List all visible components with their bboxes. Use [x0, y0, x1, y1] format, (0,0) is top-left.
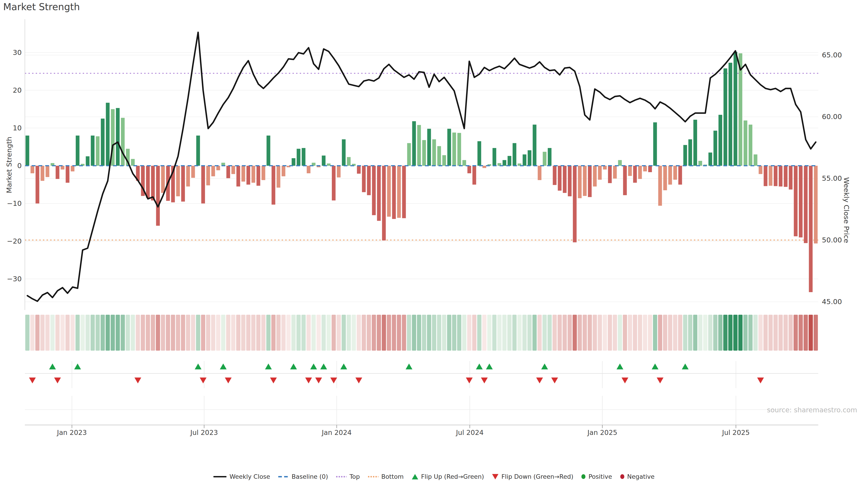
flip-up-marker: [265, 363, 272, 369]
heatmap-cell: [794, 315, 798, 351]
left-tick-label: 10: [13, 124, 22, 132]
heatmap-cell: [226, 315, 230, 351]
flip-up-marker: [340, 363, 347, 369]
strength-bar: [282, 166, 285, 176]
heatmap-cell: [774, 315, 778, 351]
heatmap-cell: [256, 315, 260, 351]
strength-bar: [648, 166, 652, 172]
strength-bar: [728, 63, 733, 166]
heatmap-cell: [311, 315, 316, 351]
heatmap-cell: [628, 315, 632, 351]
heatmap-cell: [91, 315, 95, 351]
strength-bar: [578, 166, 582, 198]
heatmap-cell: [266, 315, 271, 351]
heatmap-cell: [146, 315, 150, 351]
heatmap-cell: [532, 315, 537, 351]
strength-bar: [784, 166, 787, 187]
heatmap-cell: [321, 315, 326, 351]
heatmap-cell: [708, 315, 712, 351]
heatmap-cell: [683, 315, 687, 351]
heatmap-cell: [427, 315, 431, 351]
legend-item-label: Top: [349, 473, 360, 480]
legend-dots-icon: [336, 476, 346, 477]
strength-bar: [327, 164, 331, 166]
heatmap-cell: [397, 315, 401, 351]
heatmap-cell: [45, 315, 50, 351]
heatmap-cell: [55, 315, 60, 351]
legend-item-label: Positive: [588, 473, 612, 480]
legend-item-label: Weekly Close: [229, 473, 270, 480]
strength-bar: [764, 166, 767, 186]
heatmap-cell: [221, 315, 225, 351]
heatmap-cell: [35, 315, 39, 351]
heatmap-cell: [753, 315, 758, 351]
flip-up-marker: [617, 363, 623, 369]
heatmap-cell: [176, 315, 180, 351]
heatmap-cell: [392, 315, 396, 351]
heatmap-cell: [623, 315, 627, 351]
strength-bar: [277, 166, 281, 188]
x-axis-tick-label: Jan 2025: [587, 429, 617, 436]
strength-bar: [161, 166, 165, 193]
heatmap-cell: [60, 315, 65, 351]
price-line: [27, 32, 816, 301]
heatmap-cell: [728, 315, 733, 351]
flip-down-marker: [757, 378, 764, 383]
strength-bar: [723, 68, 727, 166]
strength-bar: [593, 166, 597, 187]
strength-bar: [467, 166, 471, 173]
right-tick-label: 60.00: [822, 112, 842, 121]
strength-bar: [543, 152, 547, 166]
flip-down-marker: [270, 378, 277, 383]
flip-down-marker: [29, 378, 36, 383]
heatmap-cell: [698, 315, 703, 351]
strength-bar: [412, 121, 416, 166]
heatmap-cell: [362, 315, 366, 351]
flip-down-marker: [305, 378, 312, 383]
strength-bar: [211, 166, 215, 176]
heatmap-cell: [743, 315, 748, 351]
heatmap-cell: [236, 315, 241, 351]
flip-up-marker: [405, 363, 412, 369]
heatmap-cell: [342, 315, 346, 351]
strength-bar: [176, 166, 180, 196]
strength-bar: [261, 166, 266, 180]
strength-bar: [633, 166, 637, 183]
market-strength-dashboard: Market Strength Market Strength Weekly C…: [0, 0, 868, 488]
flip-down-marker: [466, 378, 473, 383]
source-credit: source: sharemaestro.com: [767, 406, 857, 414]
strength-bar: [61, 166, 64, 170]
strength-bar: [583, 166, 587, 196]
strength-bar: [528, 150, 531, 166]
heatmap-cell: [583, 315, 587, 351]
legend-item-label: Baseline (0): [291, 473, 328, 480]
strength-bar: [457, 133, 461, 166]
heatmap-cell: [216, 315, 220, 351]
heatmap-cell: [337, 315, 341, 351]
strength-bar: [131, 159, 135, 166]
heatmap-cell: [578, 315, 582, 351]
heatmap-cell: [703, 315, 708, 351]
heatmap-cell: [181, 315, 185, 351]
strength-bar: [749, 125, 752, 166]
heatmap-cell: [201, 315, 205, 351]
legend-item: Flip Down (Green→Red): [492, 473, 573, 480]
strength-bar: [719, 115, 722, 166]
heatmap-cell: [713, 315, 717, 351]
strength-bar: [297, 149, 301, 166]
flip-down-marker: [200, 378, 207, 383]
heatmap-cell: [477, 315, 482, 351]
heatmap-cell: [402, 315, 406, 351]
flip-down-marker: [134, 378, 141, 383]
heatmap-cell: [332, 315, 336, 351]
strength-bar: [573, 166, 577, 242]
heatmap-cell: [367, 315, 371, 351]
heatmap-cell: [602, 315, 607, 351]
strength-bar: [106, 103, 110, 166]
left-tick-label: −10: [7, 199, 22, 207]
heatmap-cell: [156, 315, 160, 351]
heatmap-cell: [593, 315, 597, 351]
heatmap-cell: [231, 315, 236, 351]
heatmap-cell: [302, 315, 306, 351]
strength-bar: [683, 145, 687, 166]
